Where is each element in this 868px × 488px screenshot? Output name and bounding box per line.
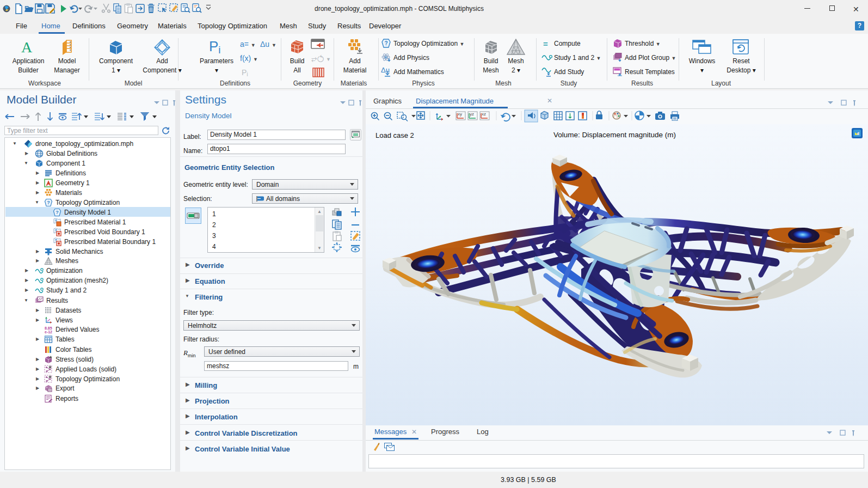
svg-text:?: ? [47, 200, 50, 205]
svg-text:yz: yz [470, 112, 474, 117]
svg-text:?: ? [384, 40, 387, 46]
svg-text:xy: xy [458, 112, 462, 117]
svg-text:xz: xz [482, 112, 486, 117]
svg-text:?: ? [56, 210, 59, 215]
svg-text:8.85: 8.85 [45, 326, 52, 330]
svg-text:e-12: e-12 [45, 330, 52, 334]
